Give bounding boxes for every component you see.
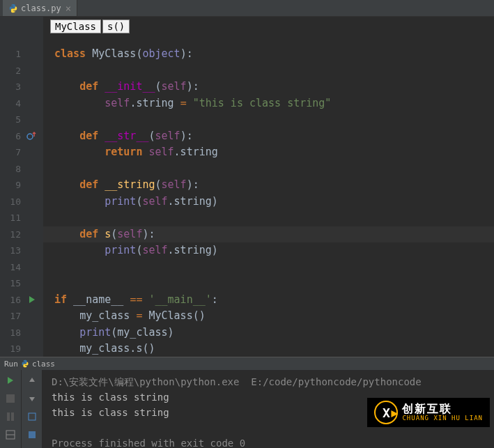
run-toolbar-left xyxy=(0,370,21,448)
breadcrumb-class[interactable]: MyClass xyxy=(50,20,101,33)
line-number[interactable]: 12 xyxy=(10,226,21,243)
gutter-icons xyxy=(25,46,43,357)
watermark-logo-icon: X xyxy=(374,401,398,424)
run-header[interactable]: Run class xyxy=(0,357,494,370)
line-numbers: 1 2 3 4 5 6 7 8 9 10 11 12 13 14 15 16 1… xyxy=(0,46,25,357)
layout-button[interactable] xyxy=(4,428,17,441)
run-gutter-icon[interactable] xyxy=(26,294,38,305)
console-command: D:\安装文件\编程\python\python.exe E:/code/pyt… xyxy=(52,374,494,389)
line-number[interactable]: 4 xyxy=(15,95,21,112)
line-number[interactable]: 2 xyxy=(15,63,21,79)
stop-button[interactable] xyxy=(4,392,17,405)
line-number[interactable]: 11 xyxy=(10,210,21,226)
svg-rect-7 xyxy=(29,431,36,438)
code-area[interactable]: class MyClass(object): def __init__(self… xyxy=(43,17,494,357)
line-number[interactable]: 5 xyxy=(15,111,21,128)
editor[interactable]: 1 2 3 4 5 6 7 8 9 10 11 12 13 14 15 16 1… xyxy=(0,17,494,357)
console-exit: Process finished with exit code 0 xyxy=(52,435,494,448)
line-number[interactable]: 10 xyxy=(10,194,21,210)
line-number[interactable]: 8 xyxy=(15,161,21,178)
tab-bar: class.py × xyxy=(0,0,494,17)
scroll-button[interactable] xyxy=(26,428,38,441)
close-icon[interactable]: × xyxy=(65,3,71,14)
pause-button[interactable] xyxy=(4,410,17,423)
run-label: Run xyxy=(4,360,18,369)
gutter: 1 2 3 4 5 6 7 8 9 10 11 12 13 14 15 16 1… xyxy=(0,17,43,357)
breadcrumb-method[interactable]: s() xyxy=(102,20,130,33)
rerun-button[interactable] xyxy=(4,374,17,387)
line-number[interactable]: 17 xyxy=(10,308,21,325)
breadcrumb: MyClass s() xyxy=(50,20,130,33)
up-button[interactable] xyxy=(26,374,38,387)
watermark-title: 创新互联 xyxy=(402,403,483,415)
line-number[interactable]: 16 xyxy=(10,292,21,309)
line-number[interactable]: 9 xyxy=(15,177,21,194)
watermark-subtitle: CHUANG XIN HU LIAN xyxy=(402,415,483,422)
run-toolbar-right xyxy=(21,370,42,448)
line-number[interactable]: 18 xyxy=(10,325,21,341)
svg-rect-1 xyxy=(6,394,15,403)
python-file-icon xyxy=(8,3,18,13)
line-number[interactable]: 13 xyxy=(10,242,21,259)
watermark: X 创新互联 CHUANG XIN HU LIAN xyxy=(367,398,490,427)
wrap-button[interactable] xyxy=(26,410,38,423)
svg-rect-2 xyxy=(7,412,10,421)
line-number[interactable]: 1 xyxy=(15,46,21,63)
override-icon[interactable] xyxy=(26,130,38,141)
line-number[interactable]: 7 xyxy=(15,144,21,161)
line-number[interactable]: 3 xyxy=(15,79,21,95)
file-tab[interactable]: class.py × xyxy=(3,0,77,16)
svg-point-0 xyxy=(27,134,33,139)
svg-rect-6 xyxy=(29,413,36,420)
python-icon xyxy=(21,360,29,368)
line-number[interactable]: 14 xyxy=(10,259,21,276)
down-button[interactable] xyxy=(26,392,38,405)
run-config-name: class xyxy=(32,360,55,369)
line-number[interactable]: 19 xyxy=(10,341,21,357)
line-number[interactable]: 15 xyxy=(10,275,21,292)
tab-filename: class.py xyxy=(21,3,61,13)
line-number[interactable]: 6 xyxy=(15,128,21,145)
svg-rect-3 xyxy=(11,412,14,421)
